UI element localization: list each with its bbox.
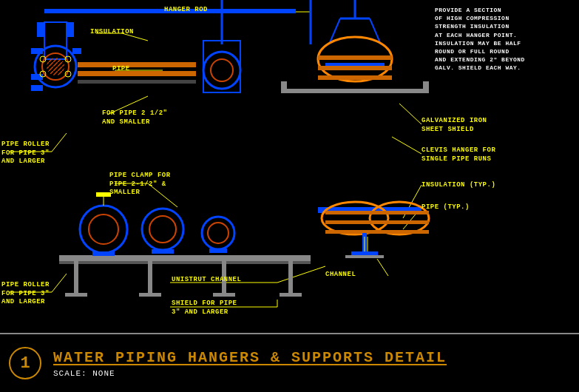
svg-line-46 xyxy=(370,18,381,44)
svg-rect-28 xyxy=(37,22,44,37)
svg-rect-49 xyxy=(318,55,392,60)
svg-rect-41 xyxy=(31,85,43,91)
svg-point-71 xyxy=(149,216,176,243)
svg-rect-36 xyxy=(78,62,196,67)
svg-rect-84 xyxy=(345,255,384,258)
svg-point-47 xyxy=(318,37,392,81)
svg-point-88 xyxy=(40,56,46,62)
svg-rect-83 xyxy=(351,251,378,256)
svg-rect-56 xyxy=(59,261,311,264)
svg-point-30 xyxy=(35,46,76,87)
svg-point-89 xyxy=(40,71,46,77)
label-insulation-top: INSULATION xyxy=(90,28,134,37)
svg-rect-40 xyxy=(31,74,43,80)
svg-point-73 xyxy=(202,217,234,249)
label-galv-iron: GALVANIZED IRON SHEET SHIELD xyxy=(421,117,487,134)
label-pipe-roller-top-left: PIPE ROLLER FOR PIPE 3" AND LARGER xyxy=(1,141,50,166)
scale-value: NONE xyxy=(92,369,115,378)
svg-rect-72 xyxy=(152,249,174,254)
svg-line-45 xyxy=(329,18,340,44)
label-for-pipe-top: FOR PIPE 2 1/2" AND SMALLER xyxy=(102,109,168,126)
label-pipe-top: PIPE xyxy=(112,65,130,74)
label-compression-note: PROVIDE A SECTION OF HIGH COMPRESSION ST… xyxy=(435,6,525,72)
svg-rect-37 xyxy=(78,71,196,76)
svg-point-90 xyxy=(65,56,71,62)
svg-rect-48 xyxy=(325,63,385,69)
svg-point-34 xyxy=(203,52,240,89)
svg-rect-42 xyxy=(72,48,81,54)
svg-line-19 xyxy=(403,185,421,218)
label-insulation-typ: INSULATION (TYP.) xyxy=(421,181,495,190)
svg-point-65 xyxy=(80,206,127,253)
label-unistrut-channel: UNISTRUT CHANNEL xyxy=(172,276,241,285)
svg-point-66 xyxy=(89,214,118,244)
svg-point-74 xyxy=(208,223,228,243)
svg-rect-55 xyxy=(59,255,311,261)
svg-line-8 xyxy=(52,133,67,152)
svg-rect-63 xyxy=(213,293,235,297)
svg-rect-51 xyxy=(318,75,392,80)
svg-rect-60 xyxy=(288,261,293,294)
drawing-number: 1 xyxy=(9,347,41,379)
svg-rect-50 xyxy=(318,66,392,70)
label-channel: CHANNEL xyxy=(325,271,356,280)
label-clevis-hanger: CLEVIS HANGER FOR SINGLE PIPE RUNS xyxy=(421,146,495,163)
svg-rect-33 xyxy=(203,41,240,92)
svg-point-78 xyxy=(370,202,429,234)
svg-rect-61 xyxy=(65,293,87,297)
drawing-scale: SCALE: NONE xyxy=(53,369,447,378)
svg-rect-82 xyxy=(362,233,367,255)
svg-rect-39 xyxy=(31,48,43,54)
label-pipe-roller-bot-left: PIPE ROLLER FOR PIPE 3" AND LARGER xyxy=(1,281,50,307)
footer: 1 WATER PIPING HANGERS & SUPPORTS DETAIL… xyxy=(0,333,579,392)
svg-line-17 xyxy=(399,104,421,124)
svg-rect-64 xyxy=(280,293,302,297)
label-pipe-typ: PIPE (TYP.) xyxy=(421,203,470,212)
svg-rect-52 xyxy=(281,89,429,93)
svg-rect-53 xyxy=(281,81,287,93)
svg-rect-75 xyxy=(209,249,227,253)
svg-rect-69 xyxy=(96,192,111,197)
label-shield-for-pipe: SHIELD FOR PIPE 3" AND LARGER xyxy=(172,300,237,317)
svg-point-70 xyxy=(142,209,183,250)
svg-line-20 xyxy=(403,207,421,229)
svg-rect-67 xyxy=(92,251,115,256)
svg-line-12 xyxy=(52,274,67,292)
svg-point-31 xyxy=(42,53,69,80)
svg-line-21 xyxy=(377,259,388,276)
drawing-title: WATER PIPING HANGERS & SUPPORTS DETAIL xyxy=(53,349,447,366)
svg-rect-79 xyxy=(325,211,429,214)
svg-point-35 xyxy=(211,59,233,81)
svg-line-18 xyxy=(392,137,421,154)
svg-rect-58 xyxy=(148,261,152,294)
svg-rect-81 xyxy=(325,230,429,234)
svg-rect-29 xyxy=(67,22,74,37)
svg-rect-80 xyxy=(325,220,429,224)
svg-rect-62 xyxy=(139,293,161,297)
svg-rect-54 xyxy=(423,81,429,93)
svg-point-32 xyxy=(47,58,64,75)
label-hanger-rod: HANGER ROD xyxy=(164,6,208,15)
svg-rect-38 xyxy=(78,80,196,84)
label-pipe-clamp: PIPE CLAMP FOR PIPE 2-1/2" & SMALLER xyxy=(109,172,171,197)
svg-line-13 xyxy=(277,266,325,283)
svg-point-77 xyxy=(322,202,388,234)
svg-rect-27 xyxy=(44,22,67,59)
svg-rect-76 xyxy=(318,207,421,213)
footer-text: WATER PIPING HANGERS & SUPPORTS DETAIL S… xyxy=(53,349,447,378)
svg-rect-57 xyxy=(74,261,78,294)
scale-label: SCALE: xyxy=(53,369,87,378)
svg-point-91 xyxy=(65,71,71,77)
